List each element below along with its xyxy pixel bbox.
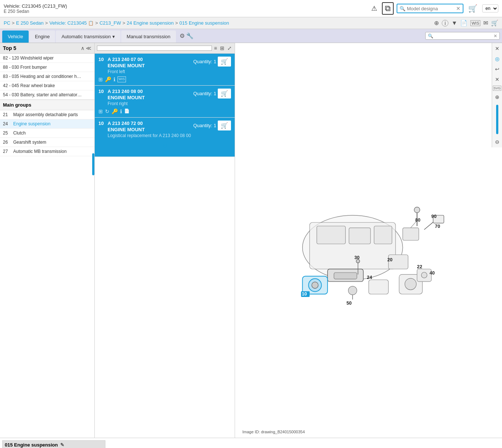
tab-search-clear-icon[interactable]: ✕: [494, 33, 497, 39]
language-selector[interactable]: en de fr: [482, 4, 498, 12]
wis-icon-1[interactable]: WIS: [118, 76, 126, 82]
sidebar-group-27[interactable]: 27 Automatic MB transmission: [0, 147, 94, 156]
double-collapse-icon[interactable]: ≪: [86, 45, 91, 51]
model-search-input[interactable]: [407, 6, 455, 11]
list-view-icon[interactable]: ≡: [213, 44, 218, 52]
sidebar-header-icons: ∧ ≪: [81, 45, 91, 51]
sidebar-items: 82 - 120 Windshield wiper 88 - 030 Front…: [0, 54, 94, 438]
sidebar-scrollbar[interactable]: [92, 153, 94, 175]
grid-view-icon[interactable]: ⊞: [219, 44, 225, 52]
search-clear-icon[interactable]: ✕: [456, 6, 461, 11]
close-panel-icon[interactable]: ✕: [494, 44, 501, 53]
tab-engine[interactable]: Engine: [29, 31, 55, 43]
svg-icon[interactable]: SVG: [493, 86, 501, 91]
main-layout: Top 5 ∧ ≪ 82 - 120 Windshield wiper 88 -…: [0, 43, 502, 438]
part-item-1[interactable]: 10 A 213 240 07 00 ENGINE MOUNT Front le…: [95, 54, 235, 86]
breadcrumb: PC > E 250 Sedan > Vehicle: C213045 📋 > …: [0, 17, 502, 29]
copy-vehicle-icon[interactable]: 📋: [88, 21, 94, 26]
sidebar-item-heating[interactable]: 83 - 035 Heating and air conditioner h…: [0, 72, 94, 81]
svg-point-13: [414, 207, 420, 213]
label-70: 70: [435, 224, 440, 229]
cart-btn-1[interactable]: 🛒: [218, 57, 231, 67]
copy-button[interactable]: ⧉: [382, 2, 394, 15]
sidebar-group-26[interactable]: 26 Gearshift system: [0, 138, 94, 147]
expand-icon[interactable]: ⤢: [227, 44, 232, 52]
table-icon-2[interactable]: ⊞: [98, 108, 103, 114]
image-right-toolbar: ✕ ◎ ↩ ✕ SVG ⊕ ⊖: [492, 43, 502, 147]
cart-bc-icon[interactable]: 🛒: [491, 19, 498, 26]
remove-icon[interactable]: ✕: [494, 75, 501, 83]
wis-icon[interactable]: WIS: [470, 20, 480, 26]
loading-spinner: ↻: [98, 138, 231, 154]
edit-icon[interactable]: ✎: [60, 442, 64, 448]
tab-automatic-transmission[interactable]: Automatic transmission ▾: [56, 31, 120, 43]
parts-panel: ≡ ⊞ ⤢ 10 A 213 240 07 00 ENGINE MOUNT Fr…: [95, 43, 235, 438]
tab-icon-tool[interactable]: 🔧: [186, 32, 194, 39]
info-icon-1[interactable]: ℹ: [113, 76, 115, 82]
table-icon-1[interactable]: ⊞: [98, 76, 103, 82]
cart-btn-3[interactable]: 🛒: [218, 121, 231, 130]
tab-search-area: 🔍 ✕: [425, 32, 500, 40]
sidebar-group-25[interactable]: 25 Clutch: [0, 129, 94, 138]
search-icon: 🔍: [400, 6, 405, 11]
tab-icon-gear[interactable]: ⚙: [180, 32, 185, 39]
svg-point-21: [348, 286, 357, 295]
bottom-title: 015 Engine suspension ✎: [2, 440, 105, 448]
sidebar-item-battery[interactable]: 54 - 030 Battery, starter and alternator…: [0, 90, 94, 100]
sidebar-group-21[interactable]: 21 Major assembly detachable parts: [0, 110, 94, 119]
doc-icon-2[interactable]: 📄: [124, 108, 130, 114]
tab-search-icon: 🔍: [428, 33, 433, 39]
cart-button[interactable]: 🛒: [466, 2, 479, 15]
key-icon-1[interactable]: 🔑: [105, 76, 111, 82]
image-panel: 80 90 70 30 20 24 22 40 10 50 Image ID: …: [235, 43, 502, 438]
svg-point-11: [405, 278, 416, 290]
model-label: E 250 Sedan: [4, 9, 67, 14]
label-40: 40: [429, 270, 434, 276]
breadcrumb-pc[interactable]: PC: [4, 20, 10, 26]
header: Vehicle: C213045 (C213_FW) E 250 Sedan ⚠…: [0, 0, 502, 17]
tab-search-box: 🔍 ✕: [425, 32, 500, 40]
breadcrumb-icons: ⊕ i ▼ 📄 WIS ✉ 🛒: [434, 19, 498, 26]
info-icon-2[interactable]: ℹ: [120, 108, 122, 114]
part-item-2[interactable]: 10 A 213 240 08 00 ENGINE MOUNT Front ri…: [95, 86, 235, 118]
sidebar-item-brake[interactable]: 42 - 045 Rear wheel brake: [0, 81, 94, 90]
breadcrumb-c213fw[interactable]: C213_FW: [100, 20, 121, 26]
tabbar: Vehicle Engine Automatic transmission ▾ …: [0, 29, 502, 43]
image-scrollbar[interactable]: [496, 105, 498, 134]
tab-search-input[interactable]: [435, 33, 494, 39]
zoom-in-icon[interactable]: ⊕: [434, 19, 439, 26]
info-icon[interactable]: i: [442, 20, 448, 26]
tab-vehicle[interactable]: Vehicle: [2, 31, 29, 43]
label-90: 90: [431, 214, 436, 219]
part-item-3[interactable]: 10 A 213 240 72 00 ENGINE MOUNT Logistic…: [95, 118, 235, 157]
zoom-out-icon[interactable]: ⊖: [494, 138, 501, 146]
mail-icon[interactable]: ✉: [483, 19, 488, 26]
model-search-box: 🔍 ✕: [397, 4, 463, 13]
tab-manual-transmission[interactable]: Manual transmission: [121, 31, 176, 43]
filter-icon[interactable]: ▼: [451, 20, 457, 26]
sidebar-group-24[interactable]: 24 Engine suspension: [0, 119, 94, 129]
warning-button[interactable]: ⚠: [369, 3, 379, 14]
breadcrumb-vehicle[interactable]: Vehicle: C213045: [49, 20, 87, 26]
image-area: 80 90 70 30 20 24 22 40 10 50 Image ID: …: [235, 43, 502, 438]
target-icon[interactable]: ◎: [494, 55, 501, 63]
bottom-section: 015 Engine suspension ✎: [0, 438, 502, 448]
cart-btn-2[interactable]: 🛒: [218, 89, 231, 98]
sidebar: Top 5 ∧ ≪ 82 - 120 Windshield wiper 88 -…: [0, 43, 95, 438]
breadcrumb-engine-susp[interactable]: 24 Engine suspension: [127, 20, 174, 26]
image-id: Image ID: drawing_B24015000354: [242, 430, 305, 434]
sidebar-item-windshield[interactable]: 82 - 120 Windshield wiper: [0, 54, 94, 63]
bottom-title-text: 015 Engine suspension: [5, 442, 58, 448]
svg-rect-4: [374, 226, 392, 244]
refresh-icon-2[interactable]: ↻: [105, 108, 109, 114]
undo-icon[interactable]: ↩: [494, 65, 501, 73]
doc-icon[interactable]: 📄: [460, 19, 467, 26]
zoom-in-icon[interactable]: ⊕: [494, 93, 501, 101]
breadcrumb-e250[interactable]: E 250 Sedan: [16, 20, 44, 26]
key-icon-2[interactable]: 🔑: [112, 108, 118, 114]
sidebar-item-bumper[interactable]: 88 - 030 Front bumper: [0, 63, 94, 72]
breadcrumb-015[interactable]: 015 Engine suspension: [180, 20, 229, 26]
collapse-icon[interactable]: ∧: [81, 45, 84, 51]
svg-point-25: [421, 272, 427, 278]
label-22: 22: [417, 264, 422, 269]
